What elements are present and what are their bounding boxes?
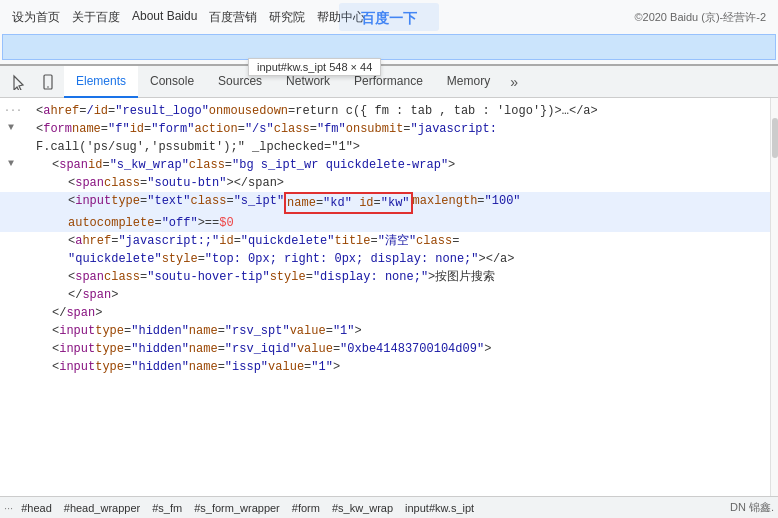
code-line[interactable]: ▼ <form name="f" id="form" action="/s" c… [0, 120, 770, 138]
tab-memory[interactable]: Memory [435, 66, 502, 98]
tab-console[interactable]: Console [138, 66, 206, 98]
more-tabs-button[interactable]: » [502, 74, 526, 90]
bc-head-wrapper[interactable]: #head_wrapper [58, 502, 146, 514]
code-line[interactable]: </span> [0, 286, 770, 304]
nav-link-home[interactable]: 设为首页 [12, 9, 60, 26]
bc-form[interactable]: #form [286, 502, 326, 514]
code-line[interactable]: <a href="javascript:;" id="quickdelete" … [0, 232, 770, 250]
bc-right-info: DN 锦鑫. [730, 500, 774, 515]
nav-link-marketing[interactable]: 百度营销 [209, 9, 257, 26]
ellipsis-icon[interactable]: ··· [4, 102, 22, 120]
highlighted-attribute: name="kd" id="kw" [284, 192, 412, 214]
code-line[interactable]: </span> [0, 304, 770, 322]
bc-input-kw[interactable]: input#kw.s_ipt [399, 502, 480, 514]
devtools-panel: Elements Console Sources Network Perform… [0, 64, 778, 518]
nav-link-about-baidu-cn[interactable]: 关于百度 [72, 9, 120, 26]
bc-ellipsis: ··· [4, 502, 13, 514]
bc-s-form-wrapper[interactable]: #s_form_wrapper [188, 502, 286, 514]
code-line[interactable]: ▼ <span id="s_kw_wrap" class="bg s_ipt_w… [0, 156, 770, 174]
breadcrumb-bar: ··· #head #head_wrapper #s_fm #s_form_wr… [0, 496, 778, 518]
mobile-icon[interactable] [36, 70, 60, 94]
code-panel: ··· <a href=/ id="result_logo" onmousedo… [0, 98, 778, 518]
baidu-logo: 百度一下 [339, 3, 439, 31]
code-line-highlighted[interactable]: <input type="text" class="s_ipt" name="k… [0, 192, 770, 214]
code-line[interactable]: <span class="soutu-hover-tip" style="dis… [0, 268, 770, 286]
scrollbar[interactable] [770, 98, 778, 518]
nav-links: 设为首页 关于百度 About Baidu 百度营销 研究院 帮助中心 [12, 9, 365, 26]
svg-text:百度一下: 百度一下 [361, 10, 418, 26]
baidu-logo-area: 百度一下 [339, 0, 439, 34]
bc-head[interactable]: #head [15, 502, 58, 514]
scrollbar-thumb[interactable] [772, 118, 778, 158]
element-tooltip: input#kw.s_ipt 548 × 44 [248, 58, 381, 76]
code-line[interactable]: ··· <a href=/ id="result_logo" onmousedo… [0, 102, 770, 120]
code-line-highlighted[interactable]: autocomplete="off" > == $0 [0, 214, 770, 232]
code-line[interactable]: <input type="hidden" name="rsv_spt" valu… [0, 322, 770, 340]
devtools-icon-bar [4, 70, 64, 94]
code-line[interactable]: <span class="soutu-btn" ></span> [0, 174, 770, 192]
expand-arrow[interactable]: ▼ [4, 121, 18, 135]
code-line[interactable]: "quickdelete" style="top: 0px; right: 0p… [0, 250, 770, 268]
highlighted-element-overlay [2, 34, 776, 60]
svg-point-3 [47, 86, 49, 88]
cursor-icon[interactable] [8, 70, 32, 94]
nav-link-research[interactable]: 研究院 [269, 9, 305, 26]
code-line[interactable]: <input type="hidden" name="rsv_iqid" val… [0, 340, 770, 358]
nav-link-about-baidu-en[interactable]: About Baidu [132, 9, 197, 26]
bc-s-kw-wrap[interactable]: #s_kw_wrap [326, 502, 399, 514]
dom-reference: $0 [219, 214, 233, 232]
code-main[interactable]: ··· <a href=/ id="result_logo" onmousedo… [0, 98, 770, 518]
expand-arrow[interactable]: ▼ [4, 157, 18, 171]
baidu-nav: 设为首页 关于百度 About Baidu 百度营销 研究院 帮助中心 百度一下… [0, 0, 778, 34]
devtools-tabs-bar: Elements Console Sources Network Perform… [0, 66, 778, 98]
page-area: 设为首页 关于百度 About Baidu 百度营销 研究院 帮助中心 百度一下… [0, 0, 778, 64]
code-line[interactable]: F.call('ps/sug','pssubmit');" _lpchecked… [0, 138, 770, 156]
bc-s-fm[interactable]: #s_fm [146, 502, 188, 514]
tab-elements[interactable]: Elements [64, 66, 138, 98]
copyright: ©2020 Baidu (京)-经营许-2 [634, 10, 766, 25]
code-line[interactable]: <input type="hidden" name="issp" value="… [0, 358, 770, 376]
